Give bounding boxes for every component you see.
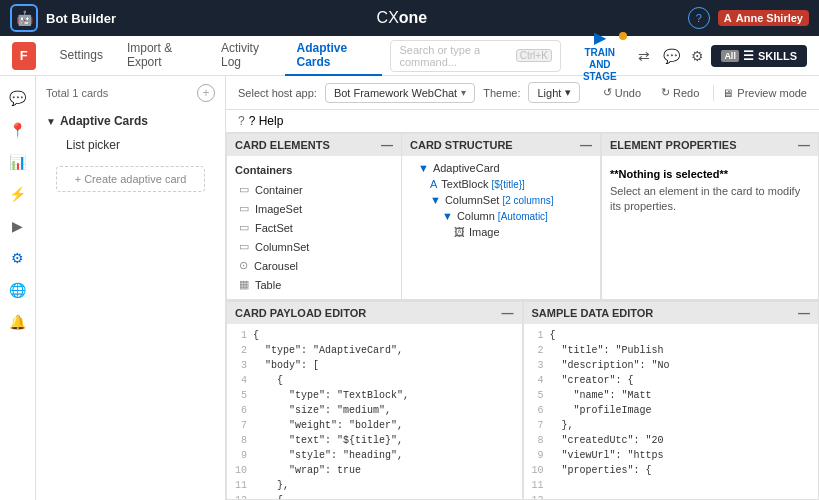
sidebar-bell-icon[interactable]: 🔔 — [4, 308, 32, 336]
create-adaptive-card-button[interactable]: + Create adaptive card — [56, 166, 205, 192]
left-sidebar: 💬 📍 📊 ⚡ ▶ ⚙ 🌐 🔔 — [0, 76, 36, 500]
nav-icon-swap[interactable]: ⇄ — [631, 40, 658, 72]
user-initial: A — [724, 12, 732, 24]
line-number: 10 — [231, 463, 253, 478]
top-nav: 🤖 Bot Builder CXone ? A Anne Shirley — [0, 0, 819, 36]
adaptive-cards-toggle[interactable]: ▼ Adaptive Cards — [46, 110, 215, 132]
editor-toolbar: Select host app: Bot Framework WebChat ▾… — [226, 76, 819, 110]
imageset-icon: ▭ — [239, 202, 249, 215]
nav-settings[interactable]: Settings — [48, 36, 115, 76]
all-badge: All — [721, 50, 739, 62]
card-payload-collapse-icon[interactable]: — — [502, 306, 514, 320]
sidebar-globe-icon[interactable]: 🌐 — [4, 276, 32, 304]
line-content: "size": "medium", — [253, 403, 391, 418]
line-content: "viewUrl": "https — [550, 448, 664, 463]
sidebar-chart-icon[interactable]: 📊 — [4, 148, 32, 176]
card-payload-panel: CARD PAYLOAD EDITOR — 1{2 "type": "Adapt… — [226, 301, 523, 500]
train-stage-dot — [619, 32, 627, 40]
line-content: { — [253, 493, 283, 499]
user-badge[interactable]: A Anne Shirley — [718, 10, 809, 26]
sample-line: 8 "createdUtc": "20 — [528, 433, 815, 448]
editor-area-bottom: CARD PAYLOAD EDITOR — 1{2 "type": "Adapt… — [226, 300, 819, 500]
host-app-select[interactable]: Bot Framework WebChat ▾ — [325, 83, 475, 103]
line-content: "style": "heading", — [253, 448, 403, 463]
cxone-text: CXone — [377, 9, 428, 26]
nothing-selected-label: **Nothing is selected** — [610, 168, 728, 180]
line-number: 9 — [528, 448, 550, 463]
payload-line: 10 "wrap": true — [231, 463, 518, 478]
elements-title: Elements — [227, 298, 401, 299]
element-container[interactable]: ▭ Container — [227, 180, 401, 199]
nav-import-export[interactable]: Import & Export — [115, 36, 209, 76]
sample-line: 10 "properties": { — [528, 463, 815, 478]
skills-button[interactable]: All ☰ SKILLS — [711, 45, 807, 67]
list-picker-card[interactable]: List picker — [46, 132, 215, 158]
element-columnset[interactable]: ▭ ColumnSet — [227, 237, 401, 256]
line-content: "description": "No — [550, 358, 670, 373]
element-table[interactable]: ▦ Table — [227, 275, 401, 294]
nav-adaptive-cards[interactable]: Adaptive Cards — [285, 36, 383, 76]
search-shortcut: Ctrl+K — [516, 49, 552, 62]
editor-area-top: CARD ELEMENTS — Containers ▭ Container ▭… — [226, 133, 819, 300]
sidebar-chat-icon[interactable]: 💬 — [4, 84, 32, 112]
sample-line: 2 "title": "Publish — [528, 343, 815, 358]
card-payload-content[interactable]: 1{2 "type": "AdaptiveCard",3 "body": [4 … — [227, 324, 522, 499]
line-number: 10 — [528, 463, 550, 478]
tree-textblock[interactable]: A TextBlock [${title}] — [402, 176, 600, 192]
line-number: 12 — [528, 493, 550, 499]
nav-icon-gear[interactable]: ⚙ — [684, 40, 711, 72]
element-imageset[interactable]: ▭ ImageSet — [227, 199, 401, 218]
sidebar-location-icon[interactable]: 📍 — [4, 116, 32, 144]
element-factset[interactable]: ▭ FactSet — [227, 218, 401, 237]
sample-data-collapse-icon[interactable]: — — [798, 306, 810, 320]
theme-select[interactable]: Light ▾ — [528, 82, 580, 103]
columnset-icon: ▭ — [239, 240, 249, 253]
train-stage-button[interactable]: ▶ TRAIN ANDSTAGE — [569, 28, 631, 83]
payload-line: 6 "size": "medium", — [231, 403, 518, 418]
tree-column-icon: ▼ — [442, 210, 453, 222]
undo-icon: ↺ — [603, 86, 612, 99]
sidebar-gear-icon[interactable]: ⚙ — [4, 244, 32, 272]
host-app-label: Select host app: — [238, 87, 317, 99]
line-number: 11 — [231, 478, 253, 493]
line-number: 4 — [231, 373, 253, 388]
tree-image[interactable]: 🖼 Image — [402, 224, 600, 240]
line-number: 7 — [231, 418, 253, 433]
element-carousel[interactable]: ⊙ Carousel — [227, 256, 401, 275]
nav-icon-chat[interactable]: 💬 — [658, 40, 685, 72]
help-button[interactable]: ? — [688, 7, 710, 29]
card-elements-collapse-icon[interactable]: — — [381, 138, 393, 152]
payload-line: 1{ — [231, 328, 518, 343]
payload-line: 12 { — [231, 493, 518, 499]
nav-activity-log[interactable]: Activity Log — [209, 36, 285, 76]
sidebar-play-icon[interactable]: ▶ — [4, 212, 32, 240]
redo-button[interactable]: ↻ Redo — [655, 84, 705, 101]
sidebar-bolt-icon[interactable]: ⚡ — [4, 180, 32, 208]
payload-line: 3 "body": [ — [231, 358, 518, 373]
line-content: { — [253, 328, 259, 343]
f-button[interactable]: F — [12, 42, 36, 70]
search-box[interactable]: Search or type a command... Ctrl+K — [390, 40, 560, 72]
line-number: 7 — [528, 418, 550, 433]
sample-data-content[interactable]: 1{2 "title": "Publish3 "description": "N… — [524, 324, 819, 499]
skills-label: SKILLS — [758, 50, 797, 62]
card-structure-title: CARD STRUCTURE — [410, 139, 513, 151]
tree-column[interactable]: ▼ Column [Automatic] — [402, 208, 600, 224]
select-element-hint: Select an element in the card to modify … — [610, 184, 810, 215]
card-structure-collapse-icon[interactable]: — — [580, 138, 592, 152]
preview-mode-button[interactable]: 🖥 Preview mode — [722, 87, 807, 99]
help-label[interactable]: ? Help — [249, 114, 284, 128]
element-properties-collapse-icon[interactable]: — — [798, 138, 810, 152]
add-card-icon[interactable]: + — [197, 84, 215, 102]
element-properties-panel: ELEMENT PROPERTIES — **Nothing is select… — [601, 133, 819, 300]
payload-line: 2 "type": "AdaptiveCard", — [231, 343, 518, 358]
element-properties-header: ELEMENT PROPERTIES — — [602, 134, 818, 156]
undo-button[interactable]: ↺ Undo — [597, 84, 647, 101]
line-number: 8 — [231, 433, 253, 448]
tree-columnset[interactable]: ▼ ColumnSet [2 columns] — [402, 192, 600, 208]
tree-adaptive-card[interactable]: ▼ AdaptiveCard — [402, 160, 600, 176]
theme-value: Light — [537, 87, 561, 99]
help-question-icon[interactable]: ? — [238, 114, 245, 128]
line-number: 8 — [528, 433, 550, 448]
element-properties-content: **Nothing is selected** Select an elemen… — [602, 156, 818, 299]
